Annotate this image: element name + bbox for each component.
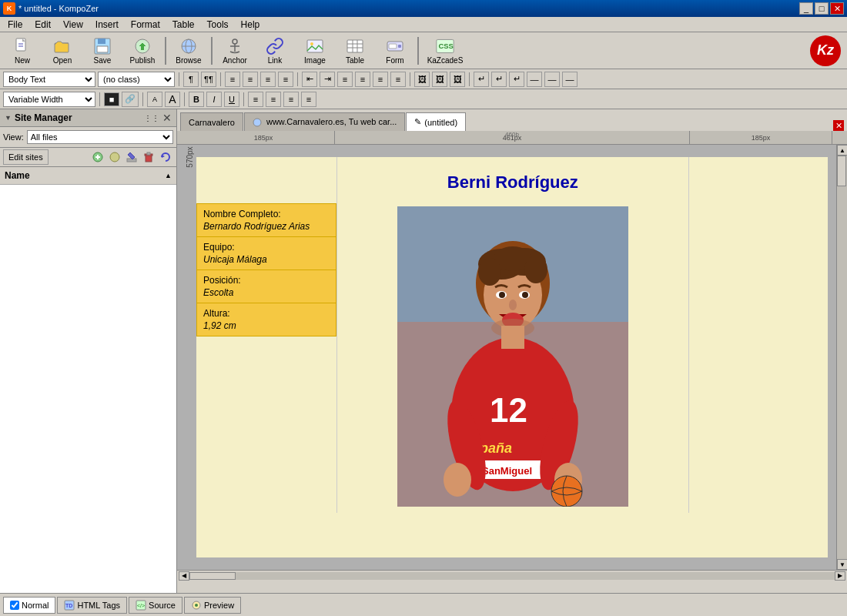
bottom-bar: Normal TD HTML Tags </> Source Preview: [0, 593, 847, 616]
hscroll-thumb[interactable]: [189, 572, 236, 580]
ul2-btn[interactable]: ≡: [278, 72, 293, 87]
info-cell-2: Equipo: Unicaja Málaga: [197, 237, 336, 270]
edit-site-btn[interactable]: [124, 149, 139, 165]
close-tab-btn[interactable]: ✕: [833, 120, 844, 131]
anchor-button[interactable]: Anchor: [216, 34, 254, 68]
form-button[interactable]: Form: [376, 34, 414, 68]
menu-table[interactable]: Table: [166, 18, 201, 32]
tab-www-carnavalero[interactable]: www.Carnavalero.es, Tu web car...: [244, 112, 405, 131]
svg-marker-34: [162, 155, 165, 158]
tab-preview[interactable]: Preview: [184, 597, 241, 614]
scroll-left-btn[interactable]: ◀: [179, 571, 189, 581]
br1-btn[interactable]: ↵: [474, 72, 489, 87]
tab-untitled-label: (untitled): [424, 118, 457, 127]
editor-area: Carnavalero www.Carnavalero.es, Tu web c…: [177, 109, 847, 593]
ol2-btn[interactable]: ≡: [243, 72, 258, 87]
img2-btn[interactable]: 🖼: [432, 72, 447, 87]
style-select[interactable]: Body Text: [3, 72, 95, 87]
menu-format[interactable]: Format: [125, 18, 166, 32]
bold-btn[interactable]: B: [189, 92, 204, 107]
delete-site-btn[interactable]: [141, 149, 156, 165]
text-align-j-btn[interactable]: ≡: [301, 92, 316, 107]
svg-point-50: [524, 256, 547, 283]
kazcades-button[interactable]: CSS KaZcadeS: [422, 34, 468, 68]
img3-btn[interactable]: 🖼: [450, 72, 465, 87]
tab-untitled[interactable]: ✎ (untitled): [406, 112, 466, 131]
menu-help[interactable]: Help: [235, 18, 266, 32]
align-c-btn[interactable]: ≡: [355, 72, 370, 87]
refresh-btn[interactable]: [158, 149, 173, 165]
editor-scroll[interactable]: 185px 461px 460b 185px: [177, 131, 847, 593]
sidebar-close-btn[interactable]: ✕: [162, 112, 172, 124]
disconnect-btn[interactable]: [107, 149, 122, 165]
minimize-button[interactable]: _: [799, 2, 813, 15]
tab-carnavalero[interactable]: Carnavalero: [180, 112, 243, 131]
tab-source[interactable]: </> Source: [129, 597, 182, 614]
tab-html-tags[interactable]: TD HTML Tags: [57, 597, 127, 614]
publish-button[interactable]: Publish: [123, 34, 162, 68]
align-j-btn[interactable]: ≡: [390, 72, 406, 87]
sidebar-menu-icon[interactable]: ⋮⋮: [144, 114, 159, 122]
maximize-button[interactable]: □: [815, 2, 829, 15]
info-label-3: Posición:: [203, 275, 330, 286]
new-button[interactable]: New: [3, 34, 42, 68]
info-row-4: Altura: 1,92 cm: [197, 303, 336, 336]
view-select[interactable]: All files: [27, 130, 173, 144]
hr1-btn[interactable]: —: [527, 72, 542, 87]
sidebar-collapse-icon[interactable]: ▼: [5, 114, 12, 122]
class-select[interactable]: (no class): [98, 72, 175, 87]
ol-btn[interactable]: ≡: [225, 72, 240, 87]
save-button[interactable]: Save: [83, 34, 122, 68]
align-l-btn[interactable]: ≡: [337, 72, 353, 87]
save-label: Save: [94, 56, 112, 65]
toolbar-separator-1: [165, 37, 166, 65]
color-btn[interactable]: ■: [104, 92, 119, 106]
paragraph-btn[interactable]: ¶: [183, 72, 199, 87]
scroll-thumb[interactable]: [837, 156, 846, 186]
img1-btn[interactable]: 🖼: [414, 72, 430, 87]
align-r-btn[interactable]: ≡: [373, 72, 388, 87]
format-sep-4: [410, 72, 410, 86]
image-button[interactable]: Image: [296, 34, 334, 68]
paragraph2-btn[interactable]: ¶¶: [201, 72, 216, 87]
br3-btn[interactable]: ↵: [509, 72, 524, 87]
normal-checkbox[interactable]: [10, 601, 19, 610]
italic-btn[interactable]: I: [206, 92, 222, 107]
tab-normal[interactable]: Normal: [3, 597, 55, 614]
close-button[interactable]: ✕: [830, 2, 844, 15]
menu-file[interactable]: File: [2, 18, 28, 32]
browse-button[interactable]: Browse: [169, 34, 208, 68]
text-align-l-btn[interactable]: ≡: [248, 92, 263, 107]
width-select[interactable]: Variable Width: [3, 92, 95, 107]
table-button[interactable]: Table: [336, 34, 374, 68]
link-button[interactable]: Link: [256, 34, 294, 68]
table-label: Table: [346, 56, 364, 65]
scroll-up-btn[interactable]: ▲: [837, 145, 847, 156]
underline-btn[interactable]: U: [224, 92, 239, 107]
font-size-up-btn[interactable]: A: [165, 92, 180, 107]
kazcades-icon: CSS: [436, 37, 454, 55]
format-sep-6: [99, 92, 100, 106]
hr3-btn[interactable]: —: [562, 72, 578, 87]
ul-btn[interactable]: ≡: [260, 72, 276, 87]
open-button[interactable]: Open: [43, 34, 82, 68]
menu-insert[interactable]: Insert: [89, 18, 125, 32]
menu-tools[interactable]: Tools: [201, 18, 235, 32]
link-text-btn[interactable]: 🔗: [122, 92, 139, 107]
br2-btn[interactable]: ↵: [491, 72, 507, 87]
connect-btn[interactable]: [90, 149, 105, 165]
source-label: Source: [149, 601, 176, 610]
menu-edit[interactable]: Edit: [28, 18, 57, 32]
text-align-c-btn[interactable]: ≡: [266, 92, 281, 107]
menu-view[interactable]: View: [57, 18, 89, 32]
hr2-btn[interactable]: —: [544, 72, 560, 87]
outdent-btn[interactable]: ⇤: [302, 72, 317, 87]
edit-sites-btn[interactable]: Edit sites: [3, 149, 49, 165]
scroll-right-btn[interactable]: ▶: [835, 571, 845, 581]
font-size-down-btn[interactable]: A: [147, 92, 162, 107]
vertical-scrollbar[interactable]: ▲ ▼: [836, 145, 847, 570]
scroll-down-btn[interactable]: ▼: [837, 559, 847, 570]
text-align-r-btn[interactable]: ≡: [283, 92, 299, 107]
indent-btn[interactable]: ⇥: [320, 72, 335, 87]
sidebar: ▼ Site Manager ⋮⋮ ✕ View: All files Edit…: [0, 109, 177, 593]
